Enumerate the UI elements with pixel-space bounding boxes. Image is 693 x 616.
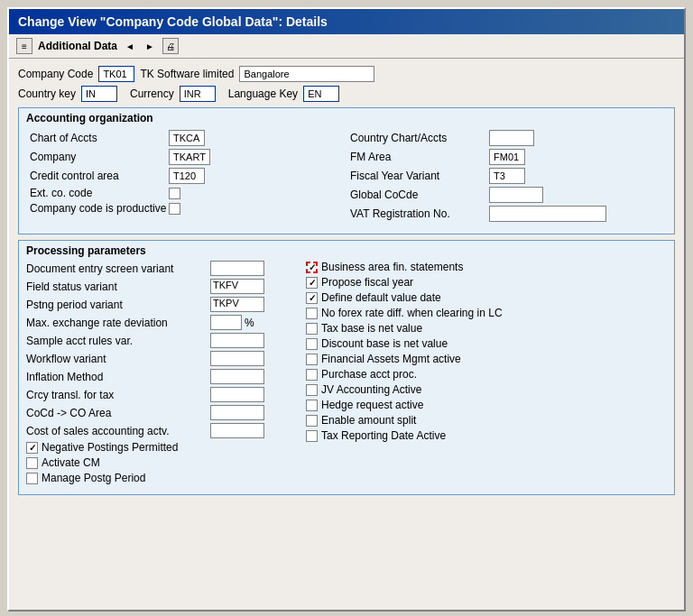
company-name-value: TK Software limited (140, 68, 234, 80)
company-value: TKART (173, 152, 206, 162)
global-cocode-box[interactable] (489, 187, 543, 203)
field-status-row: Field status variant TKFV (26, 279, 306, 294)
proc-left-col: Document entry screen variant Field stat… (26, 261, 306, 487)
city-value-box[interactable]: Bangalore (239, 66, 374, 82)
activate-cm-label: Activate CM (42, 456, 100, 469)
chart-accts-value: TKCA (173, 133, 199, 143)
tax-base-label: Tax base is net value (321, 322, 422, 335)
country-key-row: Country key IN Currency INR Language Key… (18, 86, 675, 102)
purchase-acct-checkbox[interactable] (306, 369, 318, 381)
company-code-value-box[interactable]: TK01 (98, 66, 134, 82)
cost-sales-row: Cost of sales accounting actv. (26, 423, 306, 438)
financial-assets-checkbox[interactable] (306, 354, 318, 365)
discount-base-checkbox[interactable] (306, 338, 318, 350)
country-key-box[interactable]: IN (81, 86, 117, 102)
productive-checkbox[interactable] (169, 203, 180, 215)
propose-fiscal-checkbox[interactable] (306, 277, 318, 289)
main-window: Change View "Company Code Global Data": … (7, 7, 686, 611)
sample-acct-input[interactable] (210, 333, 264, 348)
next-button[interactable]: ► (143, 39, 157, 53)
chart-accts-box[interactable]: TKCA (169, 130, 205, 146)
ext-co-code-label: Ext. co. code (30, 187, 165, 199)
jv-accounting-checkbox[interactable] (306, 384, 318, 396)
field-status-input[interactable]: TKFV (210, 279, 264, 294)
propose-fiscal-row: Propose fiscal year (306, 276, 667, 289)
company-label: Company (30, 151, 165, 163)
tax-reporting-checkbox[interactable] (306, 430, 318, 442)
discount-base-label: Discount base is net value (321, 337, 448, 350)
global-cocode-label: Global CoCde (350, 188, 485, 201)
max-exchange-input[interactable] (210, 315, 242, 330)
print-button[interactable]: 🖨 (162, 38, 179, 54)
field-status-label: Field status variant (26, 280, 207, 293)
negative-postings-row: Negative Postings Permitted (26, 441, 306, 454)
processing-grid: Document entry screen variant Field stat… (26, 261, 667, 487)
enable-amount-checkbox[interactable] (306, 415, 318, 427)
max-exchange-row: Max. exchange rate deviation % (26, 315, 306, 330)
productive-row: Company code is productive (30, 202, 343, 215)
currency-label: Currency (130, 87, 174, 100)
crcy-transl-input[interactable] (210, 387, 264, 402)
cost-sales-input[interactable] (210, 423, 264, 438)
title-bar: Change View "Company Code Global Data": … (9, 9, 684, 34)
fm-area-row: FM Area FM01 (350, 149, 663, 165)
country-chart-row: Country Chart/Accts (350, 130, 663, 146)
fiscal-year-box[interactable]: T3 (489, 168, 525, 184)
max-exchange-label: Max. exchange rate deviation (26, 317, 207, 329)
fm-area-box[interactable]: FM01 (489, 149, 525, 165)
pstng-period-input[interactable]: TKPV (210, 297, 264, 312)
country-chart-box[interactable] (489, 130, 534, 146)
negative-postings-label: Negative Postings Permitted (42, 441, 178, 454)
vat-label: VAT Registration No. (350, 207, 485, 220)
currency-box[interactable]: INR (180, 86, 216, 102)
purchase-acct-row: Purchase acct proc. (306, 368, 667, 381)
no-forex-checkbox[interactable] (306, 308, 318, 319)
crcy-transl-row: Crcy transl. for tax (26, 387, 306, 402)
negative-postings-checkbox[interactable] (26, 442, 38, 454)
define-default-checkbox[interactable] (306, 292, 318, 304)
workflow-row: Workflow variant (26, 351, 306, 366)
purchase-acct-label: Purchase acct proc. (321, 368, 417, 381)
manage-postg-label: Manage Postg Period (42, 472, 145, 484)
language-key-label: Language Key (228, 87, 298, 100)
credit-control-box[interactable]: T120 (169, 168, 205, 184)
enable-amount-row: Enable amount split (306, 414, 667, 427)
jv-accounting-row: JV Accounting Active (306, 383, 667, 396)
country-key-label: Country key (18, 87, 76, 100)
vat-box[interactable] (489, 206, 606, 222)
cocd-co-label: CoCd -> CO Area (26, 407, 207, 419)
hedge-request-row: Hedge request active (306, 399, 667, 411)
discount-base-row: Discount base is net value (306, 337, 667, 350)
ext-co-code-checkbox[interactable] (169, 188, 180, 199)
hedge-request-checkbox[interactable] (306, 400, 318, 411)
cocd-co-input[interactable] (210, 405, 264, 420)
window-title: Change View "Company Code Global Data": … (18, 14, 328, 29)
workflow-input[interactable] (210, 351, 264, 366)
fm-area-label: FM Area (350, 151, 485, 163)
tax-reporting-label: Tax Reporting Date Active (321, 429, 446, 442)
credit-control-label: Credit control area (30, 170, 165, 182)
main-content: Company Code TK01 TK Software limited Ba… (9, 59, 684, 508)
company-code-value: TK01 (103, 69, 126, 79)
credit-control-row: Credit control area T120 (30, 168, 343, 184)
acct-right-col: Country Chart/Accts FM Area FM01 Fiscal … (346, 128, 667, 226)
country-chart-label: Country Chart/Accts (350, 132, 485, 144)
pstng-period-row: Pstng period variant TKPV (26, 297, 306, 312)
doc-icon[interactable]: ≡ (16, 38, 32, 54)
business-area-checkbox[interactable] (306, 262, 318, 273)
proc-right-col: Business area fin. statements Propose fi… (306, 261, 667, 487)
company-row: Company TKART (30, 149, 343, 165)
sample-acct-row: Sample acct rules var. (26, 333, 306, 348)
manage-postg-checkbox[interactable] (26, 473, 38, 484)
activate-cm-checkbox[interactable] (26, 457, 38, 469)
inflation-input[interactable] (210, 369, 264, 384)
doc-entry-input[interactable] (210, 261, 264, 276)
doc-entry-row: Document entry screen variant (26, 261, 306, 276)
productive-label: Company code is productive (30, 202, 165, 215)
company-box[interactable]: TKART (169, 149, 210, 165)
business-area-label: Business area fin. statements (321, 261, 463, 273)
language-key-box[interactable]: EN (303, 86, 339, 102)
tax-base-checkbox[interactable] (306, 323, 318, 335)
prev-button[interactable]: ◄ (123, 39, 137, 53)
business-area-row: Business area fin. statements (306, 261, 667, 273)
